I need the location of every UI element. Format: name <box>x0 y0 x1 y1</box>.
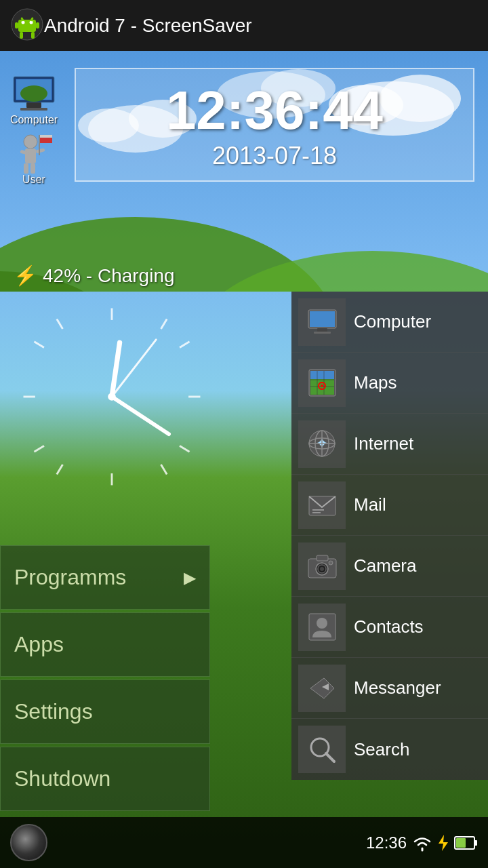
right-menu: Computer Maps ✦ <box>291 292 488 780</box>
svg-rect-17 <box>20 32 23 39</box>
top-bar-icon <box>10 7 44 44</box>
analog-clock-svg <box>14 298 210 495</box>
menu-item-maps[interactable]: Maps <box>291 353 488 414</box>
apps-button[interactable]: Apps <box>0 612 210 677</box>
menu-item-search[interactable]: Search <box>291 719 488 780</box>
programms-button[interactable]: Programms ▶ <box>0 545 210 610</box>
svg-line-41 <box>57 319 63 329</box>
clock-panel: 12:36:44 2013-07-18 <box>75 68 474 182</box>
internet-menu-label: Internet <box>354 433 413 454</box>
cd-icon <box>10 824 47 861</box>
svg-rect-59 <box>310 371 334 379</box>
svg-line-44 <box>180 342 190 348</box>
svg-rect-36 <box>40 138 52 140</box>
status-bar: 12:36 <box>0 817 488 868</box>
svg-rect-55 <box>317 328 327 332</box>
svg-line-42 <box>161 319 167 329</box>
search-menu-icon <box>298 726 346 773</box>
programms-label: Programms <box>14 565 126 590</box>
menu-item-contacts[interactable]: Contacts <box>291 597 488 658</box>
mail-menu-label: Mail <box>354 494 386 515</box>
maps-menu-icon <box>298 359 346 407</box>
contacts-menu-label: Contacts <box>354 616 424 637</box>
svg-line-50 <box>112 397 169 434</box>
svg-point-14 <box>30 20 33 24</box>
messenger-menu-icon <box>298 665 346 712</box>
menu-item-mail[interactable]: Mail <box>291 475 488 536</box>
computer-icon-label: Computer <box>10 114 58 126</box>
computer-desktop-icon[interactable]: Computer <box>3 73 64 126</box>
programms-arrow: ▶ <box>184 568 196 587</box>
svg-rect-30 <box>36 148 45 153</box>
apps-label: Apps <box>14 632 64 657</box>
svg-rect-28 <box>25 149 36 163</box>
shutdown-button[interactable]: Shutdown <box>0 747 210 811</box>
svg-rect-90 <box>456 838 466 848</box>
svg-point-82 <box>317 618 327 629</box>
svg-marker-87 <box>439 835 448 851</box>
menu-item-camera[interactable]: Camera <box>291 536 488 597</box>
analog-clock <box>14 298 210 495</box>
lightning-icon <box>436 833 451 852</box>
computer-menu-label: Computer <box>354 311 431 332</box>
search-menu-label: Search <box>354 739 409 760</box>
app-title: Android 7 - ScreenSaver <box>44 15 252 37</box>
user-icon-label: User <box>22 174 45 186</box>
battery-bar: ⚡ 42% - Charging <box>14 264 474 287</box>
svg-point-13 <box>22 20 25 24</box>
svg-rect-76 <box>317 555 328 561</box>
svg-rect-31 <box>24 163 28 174</box>
camera-menu-icon <box>298 542 346 590</box>
svg-rect-20 <box>36 22 39 28</box>
user-icon <box>10 133 58 174</box>
status-left <box>10 824 47 861</box>
menu-item-messenger[interactable]: Messanger <box>291 658 488 719</box>
svg-rect-25 <box>26 102 41 108</box>
battery-text: 42% - Charging <box>43 265 175 287</box>
svg-rect-89 <box>474 840 477 846</box>
wifi-icon <box>412 833 432 852</box>
svg-rect-19 <box>15 22 18 28</box>
shutdown-label: Shutdown <box>14 766 110 791</box>
clock-time: 12:36:44 <box>89 79 460 142</box>
camera-menu-label: Camera <box>354 555 416 576</box>
battery-status-icon <box>454 833 478 852</box>
svg-line-47 <box>57 465 63 475</box>
settings-button[interactable]: Settings <box>0 679 210 744</box>
mail-menu-icon <box>298 481 346 529</box>
menu-item-computer[interactable]: Computer <box>291 292 488 353</box>
svg-rect-35 <box>40 135 52 138</box>
svg-rect-33 <box>39 135 40 155</box>
svg-point-79 <box>320 567 324 571</box>
svg-line-43 <box>34 342 43 348</box>
svg-line-46 <box>180 446 190 452</box>
svg-line-48 <box>161 465 167 475</box>
top-bar: Android 7 - ScreenSaver <box>0 0 488 51</box>
menu-item-internet[interactable]: ✦ Internet <box>291 414 488 475</box>
svg-rect-18 <box>31 32 35 39</box>
battery-icon: ⚡ <box>14 264 37 287</box>
svg-rect-54 <box>310 311 335 327</box>
user-desktop-icon[interactable]: User <box>3 133 64 186</box>
status-right: 12:36 <box>366 833 478 852</box>
svg-line-86 <box>326 753 334 762</box>
svg-line-45 <box>34 446 43 452</box>
left-menu: Programms ▶ Apps Settings Shutdown <box>0 545 217 814</box>
desktop-icons: Computer User <box>3 73 64 186</box>
svg-point-24 <box>20 85 47 102</box>
internet-menu-icon: ✦ <box>298 420 346 468</box>
svg-rect-26 <box>20 108 47 111</box>
svg-point-65 <box>321 384 323 387</box>
computer-menu-icon <box>298 298 346 346</box>
status-icons <box>412 833 478 852</box>
clock-date: 2013-07-18 <box>89 142 460 170</box>
status-time: 12:36 <box>366 833 407 852</box>
maps-menu-label: Maps <box>354 372 397 393</box>
messenger-menu-label: Messanger <box>354 677 441 698</box>
svg-marker-83 <box>310 678 334 698</box>
svg-rect-12 <box>18 20 36 32</box>
computer-icon <box>10 73 58 114</box>
contacts-menu-icon <box>298 604 346 651</box>
svg-rect-32 <box>30 163 35 174</box>
settings-label: Settings <box>14 699 93 724</box>
